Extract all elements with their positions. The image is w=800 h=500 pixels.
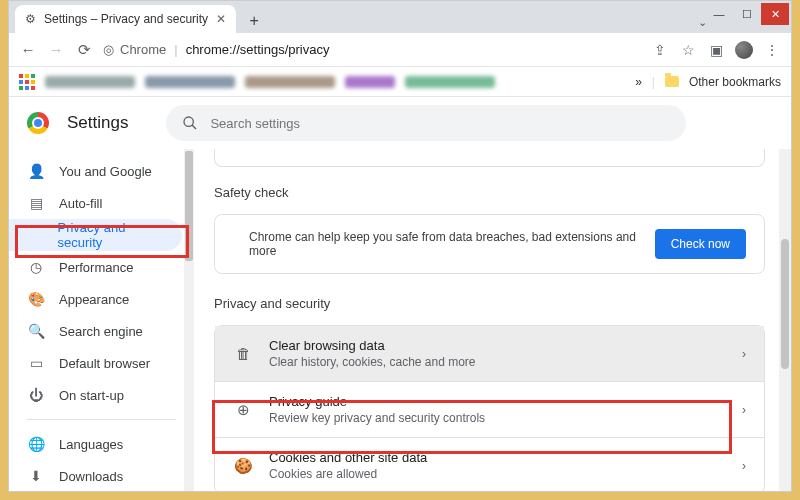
section-heading-safety: Safety check bbox=[214, 185, 765, 200]
share-icon[interactable]: ⇪ bbox=[651, 42, 669, 58]
sidebar-item-you-and-google[interactable]: 👤 You and Google bbox=[9, 155, 182, 187]
bookmark-item[interactable] bbox=[245, 76, 335, 88]
power-icon: ⏻ bbox=[27, 387, 45, 403]
row-title: Privacy guide bbox=[269, 394, 726, 409]
scheme-chip: ◎ Chrome bbox=[103, 42, 166, 57]
sidebar-item-label: You and Google bbox=[59, 164, 152, 179]
chevron-right-icon: › bbox=[742, 403, 746, 417]
scrollbar-thumb[interactable] bbox=[781, 239, 789, 369]
row-subtitle: Cookies are allowed bbox=[269, 467, 726, 481]
settings-body: 👤 You and Google ▤ Auto-fill Privacy and… bbox=[9, 149, 791, 491]
safety-text: Chrome can help keep you safe from data … bbox=[249, 230, 639, 258]
bookmark-item[interactable] bbox=[45, 76, 135, 88]
bookmark-overflow-icon[interactable]: » bbox=[635, 75, 642, 89]
sidebar-item-performance[interactable]: ◷ Performance bbox=[9, 251, 182, 283]
svg-point-0 bbox=[184, 117, 193, 126]
minimize-button[interactable]: — bbox=[705, 3, 733, 25]
scrollbar-thumb[interactable] bbox=[185, 151, 193, 261]
speed-icon: ◷ bbox=[27, 259, 45, 275]
tab-close-icon[interactable]: ✕ bbox=[216, 12, 226, 26]
sidebar-item-downloads[interactable]: ⬇ Downloads bbox=[9, 460, 182, 491]
sidebar: 👤 You and Google ▤ Auto-fill Privacy and… bbox=[9, 149, 194, 491]
maximize-button[interactable]: ☐ bbox=[733, 3, 761, 25]
trash-icon: 🗑 bbox=[233, 345, 253, 362]
globe-icon: 🌐 bbox=[27, 436, 45, 452]
sidebar-item-label: Auto-fill bbox=[59, 196, 102, 211]
download-icon: ⬇ bbox=[27, 468, 45, 484]
compass-icon: ⊕ bbox=[233, 401, 253, 419]
new-tab-button[interactable]: + bbox=[242, 9, 266, 33]
separator: | bbox=[174, 42, 177, 57]
url-text: chrome://settings/privacy bbox=[186, 42, 330, 57]
folder-icon bbox=[665, 76, 679, 87]
bookmark-item[interactable] bbox=[345, 76, 395, 88]
close-window-button[interactable]: ✕ bbox=[761, 3, 789, 25]
sidebar-item-label: Search engine bbox=[59, 324, 143, 339]
window-controls: — ☐ ✕ bbox=[705, 3, 789, 25]
palette-icon: 🎨 bbox=[27, 291, 45, 307]
row-privacy-guide[interactable]: ⊕ Privacy guide Review key privacy and s… bbox=[215, 381, 764, 437]
person-icon: 👤 bbox=[27, 163, 45, 179]
bookmarks-bar: » | Other bookmarks bbox=[9, 67, 791, 97]
back-button[interactable]: ← bbox=[19, 41, 37, 58]
cookie-icon: 🍪 bbox=[233, 457, 253, 475]
reload-button[interactable]: ⟳ bbox=[75, 41, 93, 59]
extensions-icon[interactable]: ▣ bbox=[707, 42, 725, 58]
sidebar-divider bbox=[27, 419, 176, 420]
url-box[interactable]: ◎ Chrome | chrome://settings/privacy bbox=[103, 42, 641, 57]
sidebar-item-autofill[interactable]: ▤ Auto-fill bbox=[9, 187, 182, 219]
sidebar-item-startup[interactable]: ⏻ On start-up bbox=[9, 379, 182, 411]
section-heading-privacy: Privacy and security bbox=[214, 296, 765, 311]
sidebar-item-label: Default browser bbox=[59, 356, 150, 371]
safety-check-card: Chrome can help keep you safe from data … bbox=[214, 214, 765, 274]
sidebar-item-privacy-security[interactable]: Privacy and security bbox=[9, 219, 182, 251]
page-title: Settings bbox=[67, 113, 128, 133]
sidebar-item-default-browser[interactable]: ▭ Default browser bbox=[9, 347, 182, 379]
search-icon: 🔍 bbox=[27, 323, 45, 339]
card-partial bbox=[214, 149, 765, 167]
sidebar-item-search-engine[interactable]: 🔍 Search engine bbox=[9, 315, 182, 347]
sidebar-item-label: Languages bbox=[59, 437, 123, 452]
main-scrollbar[interactable] bbox=[779, 149, 791, 491]
sidebar-item-label: On start-up bbox=[59, 388, 124, 403]
sidebar-item-languages[interactable]: 🌐 Languages bbox=[9, 428, 182, 460]
autofill-icon: ▤ bbox=[27, 195, 45, 211]
bookmark-item[interactable] bbox=[405, 76, 495, 88]
row-title: Clear browsing data bbox=[269, 338, 726, 353]
search-input[interactable] bbox=[210, 116, 670, 131]
chrome-logo-icon bbox=[27, 112, 49, 134]
bookmark-star-icon[interactable]: ☆ bbox=[679, 42, 697, 58]
row-cookies[interactable]: 🍪 Cookies and other site data Cookies ar… bbox=[215, 437, 764, 491]
sidebar-item-appearance[interactable]: 🎨 Appearance bbox=[9, 283, 182, 315]
row-clear-browsing-data[interactable]: 🗑 Clear browsing data Clear history, coo… bbox=[215, 326, 764, 381]
address-bar: ← → ⟳ ◎ Chrome | chrome://settings/priva… bbox=[9, 33, 791, 67]
settings-header: Settings bbox=[9, 97, 791, 149]
gear-icon: ⚙ bbox=[25, 12, 36, 26]
check-now-button[interactable]: Check now bbox=[655, 229, 746, 259]
kebab-menu-icon[interactable]: ⋮ bbox=[763, 42, 781, 58]
tab-title: Settings – Privacy and security bbox=[44, 12, 208, 26]
svg-line-1 bbox=[192, 125, 196, 129]
row-title: Cookies and other site data bbox=[269, 450, 726, 465]
chevron-right-icon: › bbox=[742, 459, 746, 473]
chrome-scheme-icon: ◎ bbox=[103, 42, 114, 57]
forward-button: → bbox=[47, 41, 65, 58]
apps-icon[interactable] bbox=[19, 74, 35, 90]
row-subtitle: Review key privacy and security controls bbox=[269, 411, 726, 425]
main-panel: Safety check Chrome can help keep you sa… bbox=[194, 149, 791, 491]
sidebar-item-label: Privacy and security bbox=[57, 220, 164, 250]
browser-window: — ☐ ✕ ⚙ Settings – Privacy and security … bbox=[8, 0, 792, 492]
tab-settings[interactable]: ⚙ Settings – Privacy and security ✕ bbox=[15, 5, 236, 33]
browser-icon: ▭ bbox=[27, 355, 45, 371]
search-icon bbox=[182, 115, 198, 131]
sidebar-item-label: Performance bbox=[59, 260, 133, 275]
other-bookmarks[interactable]: Other bookmarks bbox=[689, 75, 781, 89]
settings-search[interactable] bbox=[166, 105, 686, 141]
profile-avatar[interactable] bbox=[735, 41, 753, 59]
tab-strip: ⚙ Settings – Privacy and security ✕ + ⌄ bbox=[9, 1, 791, 33]
bookmark-item[interactable] bbox=[145, 76, 235, 88]
sidebar-scrollbar[interactable] bbox=[184, 149, 194, 491]
row-subtitle: Clear history, cookies, cache and more bbox=[269, 355, 726, 369]
sidebar-item-label: Downloads bbox=[59, 469, 123, 484]
scheme-label: Chrome bbox=[120, 42, 166, 57]
